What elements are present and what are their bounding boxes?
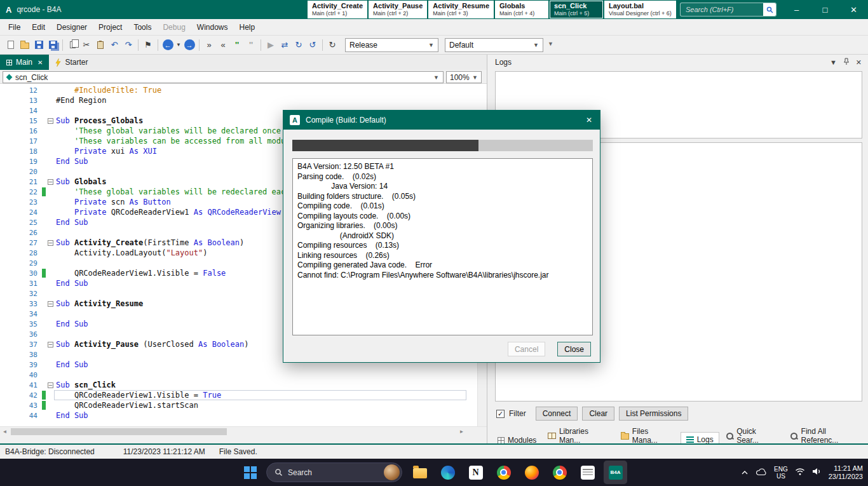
- code-line[interactable]: 41–Sub scn_Click: [0, 380, 477, 390]
- onedrive-cloud-icon[interactable]: [756, 468, 767, 478]
- menu-item[interactable]: Tools: [128, 19, 157, 36]
- document-tab[interactable]: Main✕: [0, 55, 49, 70]
- connect-icon[interactable]: ⇄: [278, 37, 292, 53]
- cut-icon[interactable]: ✂: [79, 37, 93, 53]
- open-icon[interactable]: [18, 37, 32, 53]
- saveall-icon[interactable]: [46, 37, 60, 53]
- ide-link-icon[interactable]: ↻: [292, 37, 306, 53]
- taskbar-notion-icon[interactable]: N: [464, 461, 487, 484]
- uncomment-icon[interactable]: '': [244, 37, 258, 53]
- change-marker: [42, 381, 46, 389]
- taskbar-terminal-icon[interactable]: [576, 461, 599, 484]
- fold-collapse-icon[interactable]: –: [48, 240, 53, 246]
- fold-collapse-icon[interactable]: –: [48, 342, 53, 348]
- status-bar: B4A-Bridge: Disconnected 11/23/2023 11:2…: [0, 443, 868, 459]
- fold-collapse-icon[interactable]: –: [48, 118, 53, 124]
- zoom-dropdown[interactable]: 100% ▼: [446, 71, 482, 83]
- line-number: 15: [0, 117, 42, 125]
- taskbar-edge-icon[interactable]: [436, 461, 459, 484]
- menu-item[interactable]: Debug: [157, 19, 191, 36]
- paste-icon[interactable]: [93, 37, 107, 53]
- taskbar-folder-icon[interactable]: [408, 461, 431, 484]
- code-line[interactable]: 40: [0, 370, 477, 380]
- menu-item[interactable]: Designer: [51, 19, 93, 36]
- run-icon[interactable]: ▶: [264, 37, 278, 53]
- taskbar-firefox-icon[interactable]: [520, 461, 543, 484]
- taskbar-chrome-icon[interactable]: [492, 461, 515, 484]
- comment-icon[interactable]: '': [230, 37, 244, 53]
- close-tab-icon[interactable]: ✕: [37, 59, 43, 66]
- quick-tab[interactable]: Activity_CreateMain (ctrl + 1): [308, 1, 367, 18]
- member-dropdown[interactable]: scn_Click ▼: [3, 71, 444, 83]
- menu-item[interactable]: File: [3, 19, 26, 36]
- fold-collapse-icon[interactable]: –: [48, 301, 53, 307]
- taskbar-search[interactable]: Search: [266, 462, 402, 482]
- pin-icon[interactable]: [843, 58, 850, 67]
- sync-icon[interactable]: ↺: [306, 37, 320, 53]
- code-text: Sub Globals: [56, 177, 106, 186]
- maximize-button[interactable]: □: [811, 0, 839, 19]
- undo-icon[interactable]: ↶: [107, 37, 121, 53]
- forward-icon[interactable]: →: [182, 37, 196, 53]
- clear-button[interactable]: Clear: [582, 407, 614, 421]
- find-icon: [790, 432, 797, 440]
- close-button[interactable]: ✕: [839, 0, 868, 19]
- menu-item[interactable]: Windows: [191, 19, 234, 36]
- code-line[interactable]: 42 QRCodeReaderView1.Visible = True: [0, 390, 477, 400]
- outdent-icon[interactable]: «: [216, 37, 230, 53]
- cancel-button[interactable]: Cancel: [508, 342, 545, 356]
- code-line[interactable]: 13#End Region: [0, 95, 477, 105]
- quick-tab[interactable]: scn_ClickMain (ctrl + 5): [550, 1, 603, 18]
- code-line[interactable]: 43 QRCodeReaderView1.startScan: [0, 400, 477, 410]
- dialog-close-icon[interactable]: ✕: [578, 111, 600, 130]
- copy-icon[interactable]: [65, 37, 79, 53]
- backcaret-icon[interactable]: ▼: [175, 37, 182, 53]
- panel-dropdown-icon[interactable]: ▼: [830, 58, 837, 66]
- code-line[interactable]: 44End Sub: [0, 410, 477, 421]
- build-config-select[interactable]: Release▼: [345, 38, 438, 52]
- fold-collapse-icon[interactable]: –: [48, 179, 53, 185]
- tray-chevron-up-icon[interactable]: [741, 468, 749, 477]
- compile-log[interactable]: B4A Version: 12.50 BETA #1Parsing code. …: [292, 158, 593, 335]
- line-number: 38: [0, 351, 42, 359]
- taskbar-b4a-icon[interactable]: B4A: [604, 461, 627, 484]
- quick-tab[interactable]: Activity_PauseMain (ctrl + 2): [369, 1, 427, 18]
- quick-tab[interactable]: GlobalsMain (ctrl + 4): [495, 1, 548, 18]
- language-indicator[interactable]: ENGUS: [774, 466, 788, 480]
- clock[interactable]: 11:21 AM23/11/2023: [829, 464, 863, 481]
- minimize-button[interactable]: –: [782, 0, 811, 19]
- module-icon: [6, 60, 12, 65]
- toolbar-overflow-button[interactable]: ▼: [548, 41, 553, 47]
- quick-tab[interactable]: Activity_ResumeMain (ctrl + 3): [428, 1, 494, 18]
- menu-item[interactable]: Project: [93, 19, 128, 36]
- connect-button[interactable]: Connect: [536, 407, 578, 421]
- menu-item[interactable]: Edit: [26, 19, 51, 36]
- bookmark-icon[interactable]: ⚑: [141, 37, 155, 53]
- fold-collapse-icon[interactable]: –: [48, 382, 53, 388]
- code-text: Activity.LoadLayout("Layout"): [56, 248, 207, 257]
- horizontal-scrollbar[interactable]: ◄ ►: [0, 426, 487, 436]
- run-config-select[interactable]: Default▼: [445, 38, 543, 52]
- new-icon[interactable]: [4, 37, 18, 53]
- code-line[interactable]: 12 #IncludeTitle: True: [0, 85, 477, 95]
- menu-item[interactable]: Help: [234, 19, 261, 36]
- filter-checkbox[interactable]: ✓: [496, 410, 505, 418]
- search-icon[interactable]: [763, 3, 776, 16]
- volume-icon[interactable]: [812, 468, 822, 477]
- redo-icon[interactable]: ↷: [121, 37, 135, 53]
- save-icon[interactable]: [32, 37, 46, 53]
- clean-icon[interactable]: ↻: [325, 37, 339, 53]
- code-text: End Sub: [56, 320, 88, 328]
- search-box[interactable]: Search (Ctrl+F): [680, 3, 776, 17]
- wifi-icon[interactable]: [795, 468, 805, 478]
- panel-close-icon[interactable]: ✕: [856, 58, 862, 67]
- start-button[interactable]: [244, 466, 257, 479]
- back-icon[interactable]: ←: [161, 37, 175, 53]
- list-permissions-button[interactable]: List Permissions: [619, 407, 688, 421]
- document-tab[interactable]: Starter: [49, 55, 94, 70]
- scroll-right-icon: ►: [457, 427, 466, 436]
- taskbar-chrome-icon[interactable]: [548, 461, 571, 484]
- close-dialog-button[interactable]: Close: [557, 342, 591, 356]
- indent-icon[interactable]: »: [202, 37, 216, 53]
- quick-tab[interactable]: Layout.balVisual Designer (ctrl + 6): [604, 1, 676, 18]
